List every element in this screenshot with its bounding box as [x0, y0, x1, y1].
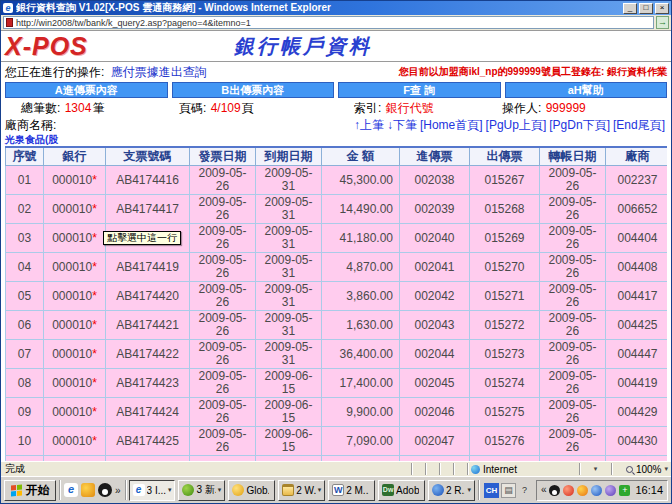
- nav-link[interactable]: [PgUp上頁]: [486, 117, 547, 134]
- tab-button[interactable]: aH幫助: [505, 82, 668, 98]
- ie-quicklaunch-icon[interactable]: e: [64, 483, 78, 497]
- cell-due-date: 2009-05-31: [256, 166, 322, 195]
- taskbar-window-button[interactable]: 3 I... ▾: [129, 480, 176, 501]
- cell-bank: 000010*: [44, 224, 106, 253]
- table-row-partial[interactable]: 2009-05- 2009-06- 2009-05-: [6, 456, 668, 462]
- nav-link[interactable]: [Home首頁]: [420, 117, 483, 134]
- tray-qq-icon[interactable]: [549, 485, 560, 496]
- taskbar-window-button[interactable]: 3 新... ▾: [178, 480, 225, 501]
- nav-link[interactable]: [End尾頁]: [613, 117, 665, 134]
- tray-volume-icon[interactable]: [605, 485, 616, 496]
- bank-mark: *: [92, 173, 97, 187]
- index-value: 銀行代號: [386, 101, 434, 115]
- cell-due-date: 2009-05-31: [256, 311, 322, 340]
- bank-mark: *: [92, 289, 97, 303]
- nav-link[interactable]: ↑上筆: [354, 117, 384, 134]
- status-segment: [425, 463, 439, 475]
- nav-link[interactable]: ↓下筆: [387, 117, 417, 134]
- cell-seq: 08: [6, 369, 44, 398]
- go-button-icon[interactable]: →: [656, 16, 669, 29]
- qq-quicklaunch-icon[interactable]: [98, 483, 112, 497]
- messenger-quicklaunch-icon[interactable]: [81, 483, 95, 497]
- bank-mark: *: [92, 231, 97, 245]
- tray-alert-icon[interactable]: [563, 485, 574, 496]
- window-title: 銀行資料查詢 V1.02[X-POS 雲通商務網] - Windows Inte…: [16, 1, 621, 15]
- cell-issue-date: 2009-05-26: [190, 195, 256, 224]
- cell-voucher-out: 015273: [470, 340, 540, 369]
- taskbar-window-button[interactable]: 2 R... ▾: [428, 480, 475, 501]
- cell-issue-date: 2009-05-26: [190, 311, 256, 340]
- language-help-icon[interactable]: ?: [518, 483, 531, 498]
- cell-bank: 000010*: [44, 311, 106, 340]
- record-nav: ↑上筆 ↓下筆 [Home首頁] [PgUp上頁] [PgDn下頁] [End尾…: [354, 117, 667, 134]
- cell-vendor: 004430: [606, 427, 668, 456]
- tab-button[interactable]: A進傳票內容: [5, 82, 168, 98]
- task-buttons: 3 I... ▾ 3 新... ▾ Glob... 2 W..: [129, 480, 475, 501]
- cell-seq: 04: [6, 253, 44, 282]
- cell-check-number: AB4174425: [106, 427, 190, 456]
- cell-voucher-in: 002042: [400, 282, 470, 311]
- table-row[interactable]: 05 000010* AB4174420 2009-05-26 2009-05-…: [6, 282, 668, 311]
- bank-code: 000010: [52, 376, 92, 390]
- taskbar-window-button[interactable]: 2 M...: [328, 480, 375, 501]
- table-row[interactable]: 10 000010* AB4174425 2009-05-26 2009-06-…: [6, 427, 668, 456]
- taskbar-app-icon: [332, 484, 344, 496]
- address-input[interactable]: http://win2008/tw/bank/k_query2.asp?page…: [3, 16, 654, 29]
- cell-transfer-date: 2009-05-26: [540, 224, 606, 253]
- taskbar-window-button[interactable]: Adob...: [378, 480, 425, 501]
- cell-transfer-date: 2009-05-26: [540, 427, 606, 456]
- minimize-button[interactable]: _: [623, 3, 637, 14]
- tray-health-icon[interactable]: [619, 485, 630, 496]
- start-label: 开始: [26, 482, 50, 499]
- language-indicator[interactable]: CH: [484, 483, 499, 498]
- table-row[interactable]: 09 000010* AB4174424 2009-05-26 2009-06-…: [6, 398, 668, 427]
- cell-seq: 01: [6, 166, 44, 195]
- cell-bank: 000010*: [44, 427, 106, 456]
- table-row[interactable]: 02 000010* AB4174417 2009-05-26 2009-05-…: [6, 195, 668, 224]
- page-header: X-POS 銀行帳戶資料: [5, 31, 667, 61]
- browser-window: e 銀行資料查詢 V1.02[X-POS 雲通商務網] - Windows In…: [0, 0, 672, 504]
- cell-bank: 000010*: [44, 398, 106, 427]
- cell-transfer-date: 2009-05-26: [540, 166, 606, 195]
- cell-issue-date: 2009-05-26: [190, 340, 256, 369]
- cell-transfer-date: 2009-05-26: [540, 340, 606, 369]
- address-url: http://win2008/tw/bank/k_query2.asp?page…: [16, 18, 251, 28]
- taskbar-window-button[interactable]: 2 W... ▾: [278, 480, 325, 501]
- tray-expand-icon[interactable]: «: [541, 485, 547, 495]
- vendor-row: 廠商名稱: ↑上筆 ↓下筆 [Home首頁] [PgUp上頁] [PgDn下頁]…: [5, 117, 667, 134]
- taskbar-window-button[interactable]: Glob...: [228, 480, 275, 501]
- cell-voucher-out: 015270: [470, 253, 540, 282]
- cell-amount: 9,900.00: [322, 398, 400, 427]
- address-bar: http://win2008/tw/bank/k_query2.asp?page…: [1, 15, 671, 31]
- start-button[interactable]: 开始: [4, 480, 56, 501]
- table-row[interactable]: 06 000010* AB4174421 2009-05-26 2009-05-…: [6, 311, 668, 340]
- tray-clock-icon[interactable]: [591, 485, 602, 496]
- taskbar-group-arrow-icon: ▾: [168, 486, 172, 494]
- bank-mark: *: [92, 202, 97, 216]
- taskbar-app-icon: [382, 484, 394, 496]
- table-row[interactable]: 08 000010* AB4174423 2009-05-26 2009-06-…: [6, 369, 668, 398]
- quicklaunch-more-icon[interactable]: »: [115, 485, 121, 496]
- row-select-tooltip: 點擊選中這一行: [103, 231, 181, 245]
- table-row[interactable]: 07 000010* AB4174422 2009-05-26 2009-05-…: [6, 340, 668, 369]
- protected-mode-segment[interactable]: ▾: [579, 463, 611, 475]
- table-row[interactable]: 04 000010* AB4174419 2009-05-26 2009-05-…: [6, 253, 668, 282]
- nav-link[interactable]: [PgDn下頁]: [549, 117, 610, 134]
- cell-issue-date: 2009-05-26: [190, 224, 256, 253]
- keyboard-icon[interactable]: ▤: [501, 483, 516, 498]
- cell-transfer-date: 2009-05-26: [540, 253, 606, 282]
- tab-button[interactable]: F查 詢: [338, 82, 501, 98]
- column-header: 金 額: [322, 147, 400, 166]
- cell-issue-date: 2009-05-26: [190, 282, 256, 311]
- tray-flame-icon[interactable]: [577, 485, 588, 496]
- maximize-button[interactable]: □: [639, 3, 653, 14]
- tab-button[interactable]: B出傳票內容: [172, 82, 335, 98]
- cell-transfer-date: 2009-05-26: [540, 311, 606, 340]
- close-button[interactable]: ×: [655, 3, 669, 14]
- table-row[interactable]: 01 000010* AB4174416 2009-05-26 2009-05-…: [6, 166, 668, 195]
- cell-voucher-out: 015272: [470, 311, 540, 340]
- taskbar-group-arrow-icon: ▾: [467, 486, 471, 494]
- cell-voucher-in: 002038: [400, 166, 470, 195]
- bank-mark: *: [92, 434, 97, 448]
- zoom-control[interactable]: 100% ▾: [611, 463, 671, 475]
